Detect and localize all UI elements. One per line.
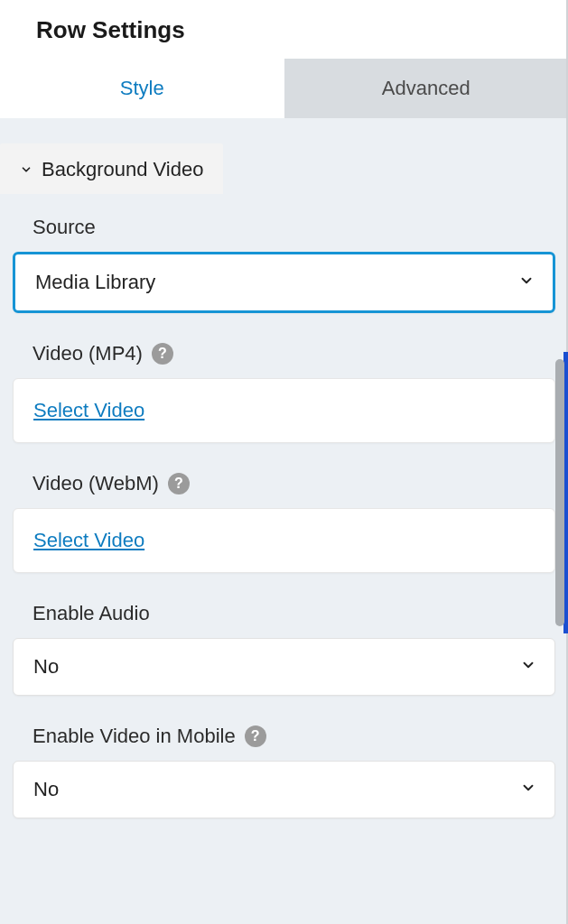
enable-audio-label: Enable Audio	[33, 602, 150, 625]
source-label: Source	[33, 216, 96, 239]
help-icon[interactable]: ?	[152, 343, 173, 365]
field-enable-video-mobile: Enable Video in Mobile ? No	[13, 725, 555, 818]
source-select[interactable]: Media Library	[13, 252, 555, 313]
chevron-down-icon	[20, 163, 33, 176]
fields: Source Media Library Video (MP4) ? Selec…	[0, 194, 568, 818]
video-mp4-label: Video (MP4)	[33, 342, 143, 365]
field-video-webm: Video (WebM) ? Select Video	[13, 472, 555, 573]
tabs: Style Advanced	[0, 59, 568, 118]
page-title: Row Settings	[36, 16, 532, 44]
field-enable-audio: Enable Audio No	[13, 602, 555, 696]
video-webm-label: Video (WebM)	[33, 472, 159, 495]
select-video-mp4-link[interactable]: Select Video	[33, 399, 144, 421]
help-icon[interactable]: ?	[168, 473, 190, 494]
chevron-down-icon	[520, 778, 536, 801]
field-source: Source Media Library	[13, 216, 555, 313]
field-label-row: Video (WebM) ?	[13, 472, 555, 495]
field-video-mp4: Video (MP4) ? Select Video	[13, 342, 555, 443]
video-mp4-box: Select Video	[13, 378, 555, 443]
enable-video-mobile-value: No	[33, 778, 59, 800]
enable-video-mobile-label: Enable Video in Mobile	[33, 725, 236, 748]
enable-audio-value: No	[33, 655, 59, 678]
row-settings-panel: Row Settings Style Advanced Background V…	[0, 0, 568, 924]
field-label-row: Enable Audio	[13, 602, 555, 625]
chevron-down-icon	[520, 655, 536, 679]
field-label-row: Source	[13, 216, 555, 239]
video-webm-box: Select Video	[13, 508, 555, 573]
panel-header: Row Settings	[0, 0, 568, 59]
scrollbar-thumb[interactable]	[555, 359, 564, 626]
select-video-webm-link[interactable]: Select Video	[33, 529, 144, 551]
tab-style[interactable]: Style	[0, 59, 284, 118]
source-value: Media Library	[35, 271, 155, 293]
content-area: Background Video Source Media Library Vi…	[0, 118, 568, 818]
enable-video-mobile-select[interactable]: No	[13, 761, 555, 818]
field-label-row: Enable Video in Mobile ?	[13, 725, 555, 748]
chevron-down-icon	[518, 271, 535, 294]
section-title: Background Video	[42, 158, 203, 181]
section-header-background-video[interactable]: Background Video	[0, 143, 223, 194]
tab-advanced[interactable]: Advanced	[284, 59, 569, 118]
field-label-row: Video (MP4) ?	[13, 342, 555, 365]
help-icon[interactable]: ?	[245, 725, 266, 747]
enable-audio-select[interactable]: No	[13, 638, 555, 696]
